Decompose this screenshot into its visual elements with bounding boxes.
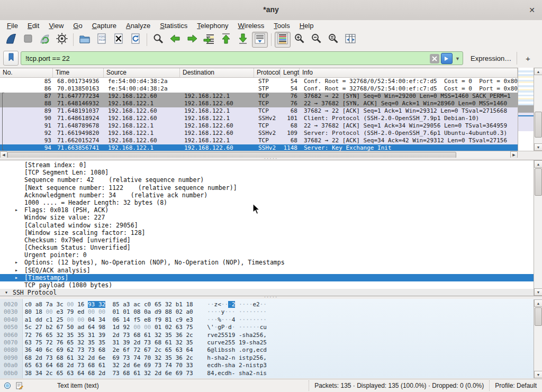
hex-byte[interactable]: 2d [88, 354, 95, 361]
hex-byte[interactable]: ad [77, 324, 84, 331]
ascii-char[interactable]: · [263, 308, 267, 315]
hex-row-0060[interactable]: 0060 72 76 65 32 35 35 31 39 2d 73 68 61… [0, 332, 542, 339]
hex-byte[interactable]: 25 [56, 316, 63, 323]
ascii-char[interactable]: · [239, 301, 242, 308]
ascii-char[interactable]: r [246, 347, 249, 353]
hex-byte[interactable]: 32 [144, 370, 151, 377]
detail-line[interactable]: ▸Options: (12 bytes), No-Operation (NOP)… [0, 259, 542, 266]
hex-byte[interactable]: e8 [144, 316, 151, 323]
hex-byte[interactable]: 63 [176, 347, 183, 353]
ascii-char[interactable]: · [256, 308, 260, 315]
ascii-char[interactable]: 2 [239, 362, 242, 369]
hex-byte[interactable]: c0 [25, 301, 32, 308]
column-header-info[interactable]: Info [300, 68, 518, 77]
hex-byte[interactable]: dd [35, 316, 42, 323]
hex-byte[interactable]: b1 [176, 301, 183, 308]
hex-byte[interactable]: ed [77, 308, 84, 315]
ascii-char[interactable]: s [252, 362, 256, 369]
hex-byte[interactable]: 63 [25, 339, 32, 346]
hex-byte[interactable]: 64 [46, 362, 53, 369]
resize-columns-button[interactable] [342, 32, 358, 48]
hex-byte[interactable]: 32 [56, 332, 63, 339]
hex-byte[interactable]: d9 [155, 308, 161, 315]
ascii-char[interactable]: 2 [224, 339, 228, 346]
hex-byte[interactable]: 73 [186, 370, 193, 377]
menu-go[interactable]: Go [68, 21, 87, 30]
hex-byte[interactable]: 61 [133, 370, 140, 377]
filter-apply-icon[interactable] [441, 53, 453, 64]
ascii-char[interactable]: 2 [218, 332, 221, 339]
ascii-char[interactable]: 3 [263, 362, 267, 369]
ascii-char[interactable]: · [228, 308, 232, 315]
hex-byte[interactable]: 1d [112, 324, 119, 331]
ascii-char[interactable]: c [207, 339, 211, 346]
menu-edit[interactable]: Edit [23, 21, 44, 30]
ascii-char[interactable]: e [256, 347, 260, 353]
title-bar[interactable]: *any ✕ [0, 0, 542, 21]
ascii-char[interactable]: 5 [263, 339, 267, 346]
hex-byte[interactable]: 63 [67, 370, 74, 377]
hex-byte[interactable]: 35 [165, 332, 172, 339]
ascii-char[interactable]: ' [211, 324, 214, 331]
hex-byte[interactable]: e3 [186, 316, 193, 323]
ascii-char[interactable]: · [207, 301, 211, 308]
hex-byte[interactable]: 98 [98, 324, 105, 331]
ascii-char[interactable]: u [211, 339, 214, 346]
hex-byte[interactable]: 32 [77, 339, 84, 346]
status-profile[interactable]: Profile: Default [489, 380, 542, 391]
ascii-char[interactable]: a [246, 370, 249, 377]
ascii-char[interactable]: s [224, 347, 228, 353]
display-filter-input[interactable]: !tcp.port == 22 ▼ [21, 51, 463, 65]
start-capture-button[interactable] [3, 32, 19, 48]
hex-byte[interactable]: 6e [98, 354, 105, 361]
column-header-destination[interactable]: Destination [180, 68, 254, 77]
hex-byte[interactable]: 27 [35, 324, 42, 331]
ascii-char[interactable]: · [239, 308, 242, 315]
ascii-char[interactable]: - [228, 354, 232, 361]
packet-row-90[interactable]: 9071.648618924192.168.122.60192.168.122.… [0, 115, 518, 122]
hex-byte[interactable]: 64 [77, 370, 84, 377]
ascii-char[interactable]: · [239, 316, 242, 323]
hex-byte[interactable]: 36 [25, 347, 32, 353]
menu-view[interactable]: View [44, 21, 68, 30]
hex-byte[interactable]: 63 [176, 324, 183, 331]
hex-byte[interactable]: 01 [155, 324, 161, 331]
hex-byte[interactable]: 35 [77, 332, 84, 339]
hex-byte[interactable]: 7a [46, 301, 53, 308]
ascii-char[interactable]: · [252, 316, 256, 323]
hex-byte[interactable]: 68 [155, 339, 161, 346]
packet-row-89[interactable]: 8971.648191037192.168.122.60192.168.122.… [0, 107, 518, 115]
detail-line[interactable]: [TCP Segment Len: 1080] [0, 169, 542, 176]
hex-byte[interactable]: 76 [35, 332, 42, 339]
hex-byte[interactable]: f9 [155, 316, 161, 323]
hex-byte[interactable]: 32 [155, 332, 161, 339]
ascii-char[interactable]: 6 [207, 347, 211, 353]
hex-byte[interactable]: 65 [46, 332, 53, 339]
ascii-char[interactable]: · [256, 324, 260, 331]
hex-byte[interactable]: 6e [165, 370, 172, 377]
ascii-char[interactable]: i [218, 347, 221, 353]
ascii-char[interactable]: - [246, 339, 249, 346]
hex-byte[interactable]: 88 [165, 308, 172, 315]
hex-byte[interactable]: 70 [144, 354, 151, 361]
hex-byte[interactable]: 93 [88, 301, 95, 308]
ascii-char[interactable]: h [228, 362, 232, 369]
hex-byte[interactable]: 00 [144, 324, 151, 331]
hex-byte[interactable]: 61 [98, 362, 105, 369]
hex-byte[interactable]: 62 [67, 347, 74, 353]
hex-byte[interactable]: 35 [165, 354, 172, 361]
filter-bookmark-button[interactable] [3, 51, 19, 66]
go-last-button[interactable] [235, 32, 251, 48]
restart-capture-button[interactable] [37, 32, 53, 48]
ascii-char[interactable]: s [228, 347, 232, 353]
zoom-out-button[interactable] [309, 32, 324, 48]
hex-byte[interactable]: 39 [123, 339, 130, 346]
hex-byte[interactable]: a8 [35, 301, 42, 308]
add-filter-button[interactable]: + [521, 52, 534, 65]
hex-byte[interactable]: 70 [176, 362, 183, 369]
ascii-char[interactable]: s [239, 370, 242, 377]
ascii-char[interactable]: - [211, 354, 214, 361]
scrollbar-thumb[interactable] [535, 168, 542, 196]
hex-byte[interactable]: 92 [123, 324, 130, 331]
hex-byte[interactable]: 00 [67, 301, 74, 308]
